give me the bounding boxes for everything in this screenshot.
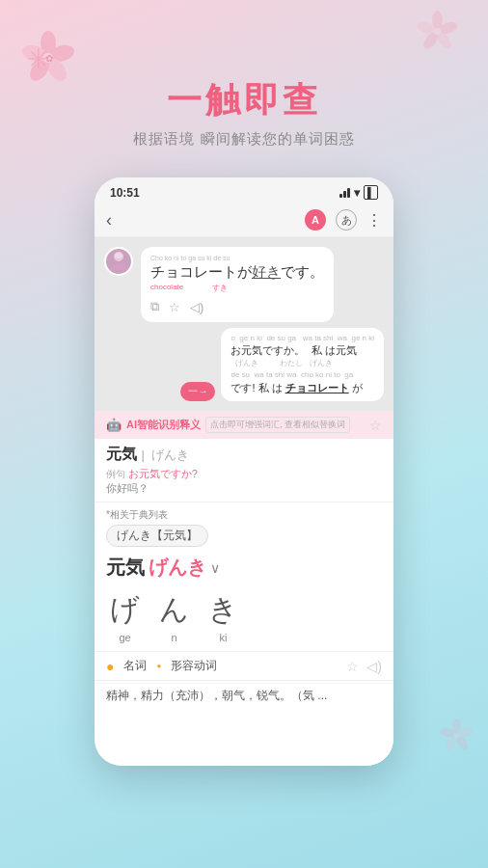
copy-icon[interactable]: ⧉ <box>150 299 159 314</box>
readings-row: chocolate すき <box>150 282 324 293</box>
word-entry: 元気 | げんき 例句 お元気ですか? 你好吗？ <box>95 439 393 500</box>
audio-icon[interactable]: ◁) <box>366 659 382 674</box>
avatar <box>104 247 133 276</box>
divider-2 <box>95 651 393 652</box>
svg-point-18 <box>454 733 459 738</box>
app-bar-icons: A あ ⋮ <box>305 209 382 231</box>
dot-orange: ● <box>106 659 114 674</box>
kana-block-ge: げ ge <box>110 590 140 643</box>
phone-wrapper: 10:51 ▾ ▌ ‹ A あ ⋮ <box>0 177 488 766</box>
ai-robot-icon: 🤖 <box>106 418 122 432</box>
pos-icons: ☆ ◁) <box>346 659 382 674</box>
kana-block-ki: き ki <box>208 590 238 643</box>
related-area: *相关于典列表 げんき【元気】 <box>95 504 393 551</box>
pos-text: 名词 <box>123 658 147 674</box>
kana-block-n: ん n <box>159 590 189 643</box>
app-bar: ‹ A あ ⋮ <box>95 203 393 237</box>
ai-header-left: 🤖 AI智能识别释义 点击即可增强词汇, 查看相似替换词 <box>106 417 350 433</box>
suki-reading: すき <box>212 283 228 293</box>
kana-roman-ge: ge <box>119 632 130 643</box>
star-action-icon[interactable]: ☆ <box>169 300 180 314</box>
svg-point-20 <box>115 253 122 258</box>
status-icons: ▾ ▌ <box>339 185 378 200</box>
bookmark-icon[interactable]: ☆ <box>346 659 359 674</box>
example-label: 例句 お元気ですか? <box>106 467 382 481</box>
furigana-row: Cho ko ni to ga su ki de su <box>150 255 324 261</box>
kana-roman-ki: ki <box>220 632 228 643</box>
battery-icon: ▌ <box>364 185 378 200</box>
svg-point-12 <box>434 28 441 35</box>
dot-orange-2: ● <box>156 662 161 670</box>
word-reading: げんき <box>151 448 189 462</box>
divider-3 <box>95 680 393 681</box>
word-separator: | <box>141 448 148 462</box>
time-display: 10:51 <box>110 186 140 200</box>
wifi-icon: ▾ <box>354 186 360 200</box>
jp-text-end: です。 <box>281 263 324 280</box>
pos-row: ● 名词 ● 形容动词 ☆ ◁) <box>95 654 393 678</box>
related-label: *相关于典列表 <box>106 508 382 522</box>
dict-panel: 🤖 AI智能识别释义 点击即可增强词汇, 查看相似替换词 ☆ 元気 | げんき … <box>95 411 393 766</box>
ai-label: AI智能识别释义 <box>126 418 201 432</box>
lang-jp-button[interactable]: あ <box>336 209 357 231</box>
chocolate-reading: chocolate <box>150 283 183 293</box>
jp-sentence: チョコレートが好きです。 <box>150 263 324 282</box>
sakura-decoration-br <box>440 719 474 752</box>
back-button[interactable]: ‹ <box>106 210 112 231</box>
second-bubble-text-2: です! 私 は チョコレート が <box>230 381 374 395</box>
second-furigana-2: de su wa ta shi wa cho ko ni to ga <box>230 370 374 379</box>
ai-header: 🤖 AI智能识别释义 点击即可增强词汇, 查看相似替换词 ☆ <box>95 411 393 439</box>
ai-badge[interactable]: 点击即可增强词汇, 查看相似替换词 <box>205 417 350 433</box>
text-ga: が <box>352 381 363 395</box>
word-row: 元気 | げんき <box>106 445 382 465</box>
sub-reading: げんき わたし げんき <box>230 358 374 368</box>
main-kanji: 元気 <box>106 555 145 581</box>
menu-button[interactable]: ⋮ <box>366 211 382 230</box>
bubble-actions: ⧉ ☆ ◁) <box>150 299 324 314</box>
example-cn: 你好吗？ <box>106 481 382 496</box>
chevron-down-icon[interactable]: ∨ <box>210 560 220 576</box>
kana-char-n: ん <box>159 590 189 630</box>
text-desu: です! 私 は <box>230 381 282 395</box>
kana-char-ki: き <box>208 590 238 630</box>
sub-title: 根据语境 瞬间解读您的单词困惑 <box>0 130 488 149</box>
reply-button[interactable]: 一→ <box>180 382 215 401</box>
underline-choco: チョコレート <box>285 381 349 395</box>
main-kana: げんき <box>149 555 206 581</box>
main-word-row: 元気 げんき ∨ <box>95 551 393 584</box>
dict-star-icon[interactable]: ☆ <box>369 418 382 433</box>
speaker-icon[interactable]: ◁) <box>190 300 203 314</box>
status-bar: 10:51 ▾ ▌ <box>95 177 393 203</box>
phone-mockup: 10:51 ▾ ▌ ‹ A あ ⋮ <box>95 177 393 766</box>
star-deco-tl: ✳ <box>27 43 49 75</box>
definition-row: 精神，精力（充沛），朝气，锐气。（気 ... <box>95 683 393 708</box>
kana-breakdown: げ ge ん n き ki <box>95 584 393 649</box>
second-bubble-text-1: お元気ですか。 私 は元気 <box>230 343 374 358</box>
kana-char-ge: げ <box>110 590 140 630</box>
second-furigana: o ge n ki de su ga wa ta shi wa ge n ki <box>230 334 374 342</box>
signal-icon <box>339 187 350 198</box>
jp-text-start: チョコレートが <box>150 263 252 280</box>
tag-pill[interactable]: げんき【元気】 <box>106 525 208 547</box>
kana-roman-n: n <box>171 632 176 643</box>
divider-1 <box>95 502 393 502</box>
lang-a-button[interactable]: A <box>305 209 326 231</box>
chat-bubble-1: Cho ko ni to ga su ki de su チョコレートが好きです。… <box>141 247 334 322</box>
chat-area: Cho ko ni to ga su ki de su チョコレートが好きです。… <box>95 237 393 411</box>
pos-text-2: 形容动词 <box>171 658 217 674</box>
chat-bubble-2: o ge n ki de su ga wa ta shi wa ge n ki … <box>221 328 384 401</box>
example-sentence: お元気ですか? <box>128 468 198 479</box>
jp-word-suki: 好き <box>252 263 281 280</box>
chat-bubble-row-1: Cho ko ni to ga su ki de su チョコレートが好きです。… <box>104 247 384 322</box>
sakura-decoration-tr <box>416 10 459 53</box>
word-main: 元気 <box>106 446 137 462</box>
chat-bubble-row-2: 一→ o ge n ki de su ga wa ta shi wa ge n … <box>104 328 384 401</box>
